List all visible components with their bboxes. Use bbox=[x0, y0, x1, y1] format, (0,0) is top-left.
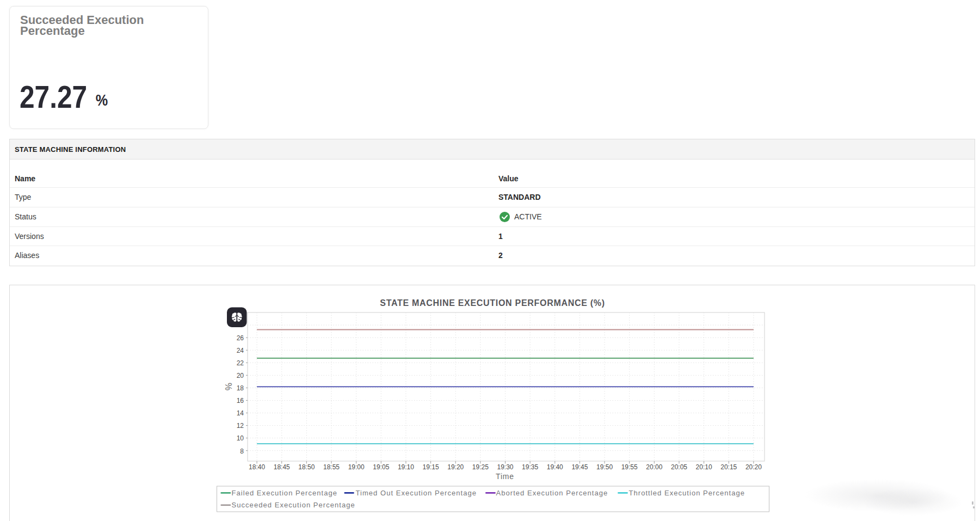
svg-text:19:25: 19:25 bbox=[472, 463, 489, 471]
svg-text:19:35: 19:35 bbox=[522, 463, 538, 471]
svg-text:20:00: 20:00 bbox=[646, 463, 662, 471]
svg-text:18:45: 18:45 bbox=[274, 463, 290, 471]
svg-text:%: % bbox=[224, 383, 233, 390]
svg-text:Aborted Execution Percentage: Aborted Execution Percentage bbox=[496, 489, 608, 497]
svg-text:Succeeded Execution Percentage: Succeeded Execution Percentage bbox=[232, 501, 355, 509]
svg-text:18:40: 18:40 bbox=[249, 463, 265, 471]
svg-text:20:10: 20:10 bbox=[696, 463, 712, 471]
svg-text:Throttled Execution Percentage: Throttled Execution Percentage bbox=[629, 489, 745, 497]
svg-text:19:30: 19:30 bbox=[497, 463, 513, 471]
svg-text:Time: Time bbox=[496, 472, 514, 481]
svg-text:19:50: 19:50 bbox=[596, 463, 613, 471]
svg-text:19:15: 19:15 bbox=[423, 463, 439, 471]
svg-text:19:00: 19:00 bbox=[348, 463, 365, 471]
svg-text:18:55: 18:55 bbox=[323, 463, 340, 471]
svg-text:12: 12 bbox=[237, 422, 244, 430]
svg-text:14: 14 bbox=[237, 409, 244, 417]
svg-text:18: 18 bbox=[237, 384, 244, 392]
svg-text:STATE MACHINE EXECUTION PERFOR: STATE MACHINE EXECUTION PERFORMANCE (%) bbox=[380, 298, 605, 308]
svg-text:19:40: 19:40 bbox=[547, 463, 563, 471]
svg-text:22: 22 bbox=[237, 359, 244, 367]
svg-text:18:50: 18:50 bbox=[298, 463, 315, 471]
svg-text:Timed Out Execution Percentage: Timed Out Execution Percentage bbox=[356, 489, 477, 497]
svg-text:16: 16 bbox=[237, 397, 244, 404]
svg-text:20:20: 20:20 bbox=[745, 463, 762, 471]
svg-text:19:20: 19:20 bbox=[447, 463, 464, 471]
svg-text:20:15: 20:15 bbox=[720, 463, 737, 471]
svg-text:8: 8 bbox=[240, 448, 244, 455]
svg-text:26: 26 bbox=[237, 334, 244, 342]
svg-text:19:10: 19:10 bbox=[398, 463, 414, 471]
svg-text:19:55: 19:55 bbox=[621, 463, 638, 471]
svg-text:20: 20 bbox=[237, 372, 244, 379]
svg-text:Failed Execution Percentage: Failed Execution Percentage bbox=[232, 489, 338, 497]
svg-text:24: 24 bbox=[237, 347, 244, 354]
svg-text:20:05: 20:05 bbox=[671, 463, 687, 471]
svg-text:10: 10 bbox=[237, 434, 244, 442]
svg-text:19:05: 19:05 bbox=[373, 463, 389, 471]
svg-text:19:45: 19:45 bbox=[571, 463, 588, 471]
